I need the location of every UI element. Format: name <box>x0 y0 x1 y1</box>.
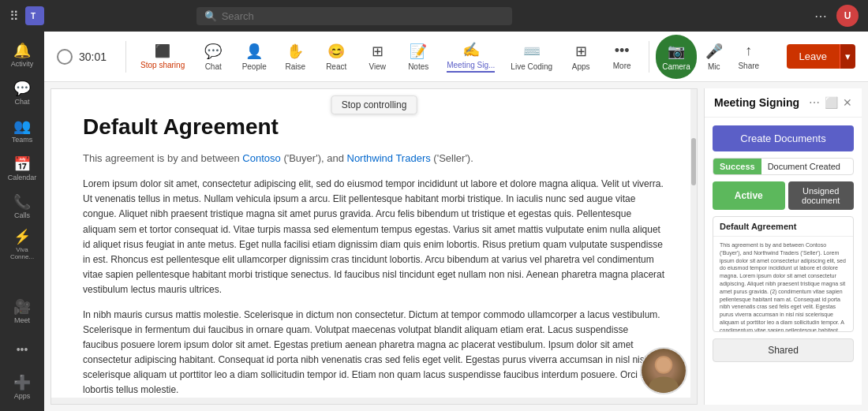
search-input[interactable] <box>222 10 504 22</box>
teams-logo: T <box>25 6 44 25</box>
success-text: Document Created <box>761 159 847 174</box>
sidebar-item-more[interactable]: ••• <box>5 332 39 367</box>
sidebar-item-calls[interactable]: 📞 Calls <box>5 189 39 224</box>
more-icon: ••• <box>17 343 28 356</box>
panel-header: Meeting Signing ⋯ ⬜ ✕ <box>705 88 862 118</box>
teams-icon: 👥 <box>13 118 31 135</box>
live-coding-icon: ⌨️ <box>523 43 541 60</box>
share-icon: ↑ <box>745 43 752 59</box>
mic-icon: 🎤 <box>705 43 723 60</box>
doc-paragraph-1: Lorem ipsum dolor sit amet, consectetur … <box>83 177 665 298</box>
leave-button[interactable]: Leave <box>787 44 840 69</box>
live-coding-button[interactable]: ⌨️ Live Coding <box>503 35 560 79</box>
horizontal-scrollbar[interactable] <box>51 398 690 404</box>
doc-preview-body: This agreement is by and between Contoso… <box>713 237 853 331</box>
shared-button[interactable]: Shared <box>713 338 854 362</box>
meeting-toolbar: 30:01 ⬛ Stop sharing 💬 Chat 👤 People <box>44 32 868 82</box>
doc-preview-title: Default Agreement <box>713 217 853 237</box>
right-panel: Meeting Signing ⋯ ⬜ ✕ Create Documents S… <box>704 88 862 405</box>
stop-sharing-icon: ⬛ <box>155 43 170 58</box>
active-button[interactable]: Active <box>713 181 785 210</box>
app-grid-icon[interactable]: ⠿ <box>9 9 19 24</box>
stop-sharing-label: Stop sharing <box>140 61 185 69</box>
apps-toolbar-icon: ⊞ <box>575 43 587 60</box>
chat-button[interactable]: 💬 Chat <box>193 35 234 79</box>
sidebar-item-activity[interactable]: 🔔 Activity <box>5 38 39 73</box>
create-documents-button[interactable]: Create Documents <box>713 125 854 151</box>
doc-body: Lorem ipsum dolor sit amet, consectetur … <box>83 177 665 404</box>
doc-paragraph-2: In nibh mauris cursus mattis molestie. S… <box>83 308 665 398</box>
success-label: Success <box>713 159 761 174</box>
leave-btn-group: Leave ▾ <box>787 44 855 69</box>
panel-expand-icon[interactable]: ⬜ <box>825 96 838 109</box>
panel-options-icon[interactable]: ⋯ <box>809 96 820 109</box>
sidebar-item-label: Apps <box>14 393 31 401</box>
user-avatar[interactable]: U <box>836 5 859 27</box>
people-button[interactable]: 👤 People <box>234 35 275 79</box>
svg-point-4 <box>657 357 672 372</box>
document-content: Default Agreement This agreement is by a… <box>51 89 697 404</box>
doc-preview: Default Agreement This agreement is by a… <box>713 216 854 332</box>
toolbar-items: ⬛ Stop sharing 💬 Chat 👤 People ✋ Raise <box>133 35 787 79</box>
cam-divider <box>649 41 649 73</box>
leave-label: Leave <box>799 50 827 62</box>
more-options-icon[interactable]: ⋯ <box>810 5 832 27</box>
content-area: Stop controlling Default Agreement This … <box>44 82 868 411</box>
camera-button[interactable]: 📷 Camera <box>656 35 697 79</box>
main-right: 30:01 ⬛ Stop sharing 💬 Chat 👤 People <box>44 32 868 411</box>
more-button[interactable]: ••• More <box>601 35 642 79</box>
camera-icon: 📷 <box>668 43 685 60</box>
sidebar-item-label: Calls <box>14 212 30 220</box>
stop-controlling-bar[interactable]: Stop controlling <box>331 95 417 114</box>
apps-icon: ➕ <box>13 374 31 391</box>
panel-body: Create Documents Success Document Create… <box>705 118 862 405</box>
doc-title: Default Agreement <box>83 114 665 140</box>
apps-button[interactable]: ⊞ Apps <box>560 35 601 79</box>
sidebar-item-teams[interactable]: 👥 Teams <box>5 114 39 148</box>
mic-button[interactable]: 🎤 Mic <box>697 35 731 79</box>
calls-icon: 📞 <box>13 193 31 211</box>
raise-button[interactable]: ✋ Raise <box>275 35 316 79</box>
raise-icon: ✋ <box>286 43 304 60</box>
timer-circle <box>57 49 73 65</box>
meet-icon: 🎥 <box>13 298 31 316</box>
sidebar-item-apps[interactable]: ➕ Apps <box>5 370 39 405</box>
northwind-highlight: Northwind Traders <box>347 152 431 164</box>
top-bar-right: ⋯ U <box>810 5 859 27</box>
unsigned-button[interactable]: Unsigned document <box>788 181 855 210</box>
notes-button[interactable]: 📝 Notes <box>398 35 439 79</box>
sidebar-item-viva[interactable]: ⚡ Viva Conne... <box>5 227 39 262</box>
toolbar-divider <box>125 41 126 73</box>
share-button[interactable]: ↑ Share <box>731 35 766 79</box>
people-icon: 👤 <box>245 43 263 60</box>
calendar-icon: 📅 <box>13 155 31 173</box>
view-button[interactable]: ⊞ View <box>357 35 398 79</box>
react-icon: 😊 <box>327 43 345 60</box>
sidebar-item-chat[interactable]: 💬 Chat <box>5 76 39 110</box>
scrollbar-thumb[interactable] <box>691 138 696 185</box>
meeting-sig-icon: ✍️ <box>462 41 480 58</box>
search-bar[interactable]: 🔍 <box>196 7 512 25</box>
stop-sharing-button[interactable]: ⬛ Stop sharing <box>133 35 193 79</box>
sidebar-item-label: Calendar <box>8 174 37 182</box>
react-label: React <box>326 62 346 71</box>
viva-icon: ⚡ <box>13 228 31 245</box>
timer-text: 30:01 <box>79 50 107 63</box>
main-layout: 🔔 Activity 💬 Chat 👥 Teams 📅 Calendar 📞 C… <box>0 32 868 411</box>
view-icon: ⊞ <box>372 43 383 60</box>
timer-section: 30:01 <box>57 49 107 65</box>
leave-arrow-button[interactable]: ▾ <box>840 44 855 69</box>
sidebar-item-label: Chat <box>14 99 29 106</box>
sidebar-item-label: Meet <box>14 317 30 325</box>
vertical-scrollbar[interactable] <box>690 89 697 404</box>
panel-close-icon[interactable]: ✕ <box>843 96 852 109</box>
meeting-sig-button[interactable]: ✍️ Meeting Sig... <box>439 35 503 79</box>
apps-label: Apps <box>572 62 590 71</box>
react-button[interactable]: 😊 React <box>316 35 357 79</box>
status-buttons: Active Unsigned document <box>713 181 854 210</box>
sidebar-item-label: Activity <box>11 61 34 69</box>
sidebar-item-label: Viva Conne... <box>5 247 39 261</box>
sidebar-item-calendar[interactable]: 📅 Calendar <box>5 151 39 186</box>
sidebar-item-meet[interactable]: 🎥 Meet <box>5 294 39 329</box>
more-toolbar-icon: ••• <box>615 43 630 59</box>
